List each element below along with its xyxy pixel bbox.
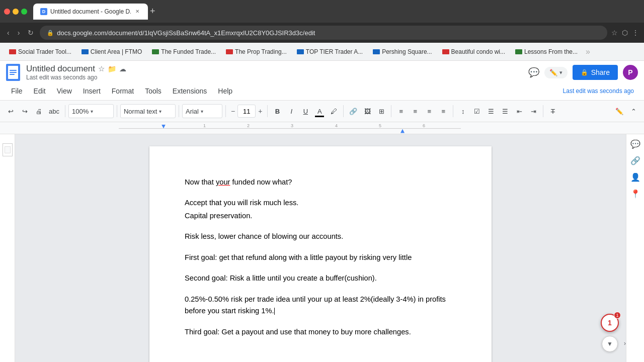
browser-chrome: D Untitled document - Google D... ✕ + [0,0,644,23]
share-lock-icon: 🔒 [581,69,588,76]
bookmark-condo[interactable]: Beautiful condo wi... [438,46,509,57]
font-size-input[interactable] [237,105,256,118]
font-value: Arial [186,108,199,115]
close-traffic-light[interactable] [4,9,10,15]
comments-icon[interactable]: 💬 [630,139,640,149]
more-options-icon[interactable]: ⋮ [632,29,639,37]
align-center-button[interactable]: ≡ [409,104,422,119]
underline-button[interactable]: U [299,104,312,119]
menu-insert[interactable]: Insert [78,85,106,97]
toolbar-expand-button[interactable]: ⌃ [627,104,640,119]
expand-sidebar-button[interactable]: › [624,340,626,347]
justify-button[interactable]: ≡ [437,104,450,119]
bold-button[interactable]: B [271,104,284,119]
new-tab-button[interactable]: + [150,6,155,17]
edit-mode-button[interactable]: ✏️ [613,104,626,119]
folder-icon[interactable]: 📁 [108,65,116,73]
bullet-list-button[interactable]: ☰ [485,104,498,119]
print-button[interactable]: 🖨 [32,104,45,119]
star-icon[interactable]: ☆ [98,64,105,73]
highlight-button[interactable]: 🖊 [327,104,340,119]
text-color-button[interactable]: A [313,104,326,119]
doc-title[interactable]: Untitled document [26,64,95,74]
nav-refresh-button[interactable]: ↻ [26,27,36,39]
menu-help[interactable]: Help [213,85,237,97]
numbered-list-button[interactable]: ☰ [499,104,512,119]
share-button[interactable]: 🔒 Share [573,65,618,80]
nav-back-button[interactable]: ‹ [5,27,12,39]
collab-mode-toggle[interactable]: ✏️ ▾ [544,67,568,78]
ruler-mark-6: 6 [423,123,425,128]
tab-close-button[interactable]: ✕ [134,8,141,15]
bookmark-pershing[interactable]: Pershing Square... [369,46,436,57]
user-avatar[interactable]: P [623,65,638,80]
bookmark-lessons[interactable]: Lessons From the... [511,46,582,57]
menu-bar: File Edit View Insert Format Tools Exten… [0,82,644,100]
menu-edit[interactable]: Edit [29,85,51,97]
bookmark-star-icon[interactable]: ☆ [611,29,618,37]
links-icon[interactable]: 🔗 [630,156,640,165]
style-select[interactable]: Normal text ▾ [120,104,176,118]
bookmarks-more-icon[interactable]: » [586,47,590,56]
link-button[interactable]: 🔗 [347,104,360,119]
ruler-mark-5: 5 [379,123,381,128]
cloud-icon[interactable]: ☁ [119,65,126,73]
redo-button[interactable]: ↪ [18,104,31,119]
paragraph-2b-text: Capital preservation. [185,212,252,220]
document-canvas[interactable]: Now that your funded now what? Accept th… [15,134,626,362]
toolbar-separator-2 [117,105,117,117]
line-spacing-button[interactable]: ↕ [456,104,469,119]
font-size-increase-button[interactable]: + [256,106,264,116]
menu-file[interactable]: File [6,85,28,97]
scroll-down-fab[interactable]: ▼ [602,336,618,352]
maps-icon[interactable]: 📍 [630,189,640,199]
bookmark-icon [82,49,89,54]
fullscreen-traffic-light[interactable] [21,9,27,15]
paragraph-4-text: First goal: get that refund along with a… [185,253,412,261]
clear-formatting-button[interactable]: T̶ [546,104,559,119]
font-select[interactable]: Arial ▾ [182,104,222,118]
address-input[interactable]: 🔒 docs.google.com/document/d/1lqVGsjiSsB… [40,26,607,40]
minimize-traffic-light[interactable] [13,9,19,15]
toolbar-separator-3 [179,105,179,117]
undo-button[interactable]: ↩ [4,104,17,119]
nav-forward-button[interactable]: › [16,27,22,39]
ruler-right-indent[interactable] [400,129,405,133]
menu-extensions[interactable]: Extensions [168,85,212,97]
bookmark-icon [152,49,159,54]
menu-tools[interactable]: Tools [140,85,167,97]
menu-format[interactable]: Format [107,85,139,97]
font-size-decrease-button[interactable]: − [229,106,237,116]
header-actions: 💬 ✏️ ▾ 🔒 Share P [528,65,638,80]
bookmark-funded-trade[interactable]: The Funded Trade... [148,46,220,57]
bookmark-social-trader[interactable]: Social Trader Tool... [5,46,75,57]
notification-fab[interactable]: 1 1 [601,314,619,332]
active-tab[interactable]: D Untitled document - Google D... ✕ [33,4,148,20]
comment-button[interactable]: 💬 [528,67,539,78]
people-icon[interactable]: 👤 [630,172,640,182]
align-right-button[interactable]: ≡ [423,104,436,119]
bookmark-label: Beautiful condo wi... [451,48,505,55]
italic-button[interactable]: I [285,104,298,119]
image-button[interactable]: 🖼 [361,104,374,119]
bookmark-icon [297,49,304,54]
toolbar-separator-7 [391,105,391,117]
toolbar-separator-1 [65,105,65,117]
document-page[interactable]: Now that your funded now what? Accept th… [149,146,492,362]
align-left-button[interactable]: ≡ [394,104,408,119]
increase-indent-button[interactable]: ⇥ [527,104,540,119]
zoom-select[interactable]: 100% ▾ [68,104,114,118]
bookmark-prop-trading[interactable]: The Prop Trading... [222,46,291,57]
page-thumbnail[interactable] [3,143,13,156]
extension-icon[interactable]: ⬡ [622,29,628,37]
menu-view[interactable]: View [52,85,77,97]
checklist-button[interactable]: ☑ [470,104,484,119]
bookmark-client-area[interactable]: Client Area | FTMO [77,46,146,57]
spellcheck-button[interactable]: abc [46,104,62,119]
decrease-indent-button[interactable]: ⇤ [513,104,526,119]
bookmark-top-tier[interactable]: TOP TIER Trader A... [293,46,367,57]
table-button[interactable]: ⊞ [375,104,388,119]
text-cursor [274,308,275,315]
zoom-chevron: ▾ [91,109,93,114]
ruler-mark-4: 4 [335,123,338,128]
